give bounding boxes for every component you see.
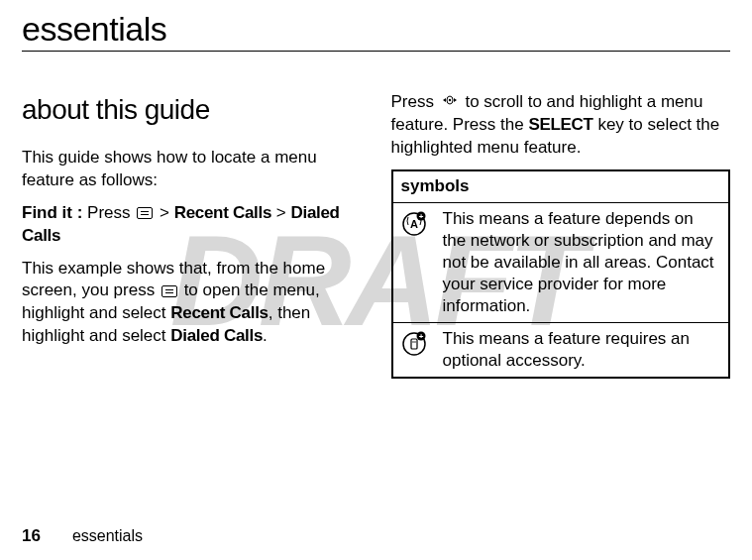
section-heading: about this guide: [22, 91, 362, 129]
svg-text:+: +: [418, 332, 423, 341]
nav-key-icon: [441, 91, 459, 114]
menu-key-icon: [161, 285, 177, 297]
svg-text:A: A: [410, 218, 418, 230]
columns: about this guide This guide shows how to…: [22, 91, 730, 379]
row1-desc: This means a feature depends on the netw…: [435, 202, 730, 322]
dialed-calls: Dialed Calls: [170, 326, 263, 345]
recent-calls: Recent Calls: [170, 303, 268, 322]
table-row: + This means a feature requires an optio…: [392, 323, 730, 379]
svg-text:+: +: [418, 212, 423, 221]
gt2: >: [271, 203, 290, 222]
findit-press: Press: [82, 203, 135, 222]
page-content: essentials about this guide This guide s…: [22, 10, 730, 379]
svg-point-1: [448, 99, 450, 101]
row2-desc: This means a feature requires an optiona…: [435, 323, 730, 379]
select-key: SELECT: [528, 115, 592, 134]
network-dependent-icon: A +: [401, 211, 427, 237]
accessory-required-icon: +: [401, 331, 427, 357]
network-icon-cell: A +: [392, 202, 435, 322]
right-column: Press to scroll to and highlight a menu …: [391, 91, 731, 379]
example-d: .: [263, 326, 268, 345]
press-para: Press to scroll to and highlight a menu …: [391, 91, 731, 160]
accessory-icon-cell: +: [392, 323, 435, 379]
intro-para: This guide shows how to locate a menu fe…: [22, 147, 362, 192]
symbols-table: symbols A + This means a feature depends…: [391, 169, 731, 380]
example-para: This example shows that, from the home s…: [22, 258, 362, 349]
page-number: 16: [22, 526, 41, 546]
left-column: about this guide This guide shows how to…: [22, 91, 362, 379]
symbols-header-row: symbols: [392, 170, 730, 202]
press-a: Press: [391, 92, 439, 111]
findit-label: Find it :: [22, 203, 82, 222]
symbols-header: symbols: [392, 170, 730, 202]
findit-para: Find it : Press > Recent Calls > Dialed …: [22, 202, 362, 248]
recent-calls: Recent Calls: [174, 203, 271, 222]
svg-rect-7: [411, 339, 417, 349]
menu-key-icon: [137, 207, 153, 219]
footer: 16 essentials: [22, 526, 143, 546]
page-title: essentials: [22, 10, 730, 52]
gt1: >: [155, 203, 173, 222]
table-row: A + This means a feature depends on the …: [392, 202, 730, 322]
footer-label: essentials: [72, 527, 143, 545]
